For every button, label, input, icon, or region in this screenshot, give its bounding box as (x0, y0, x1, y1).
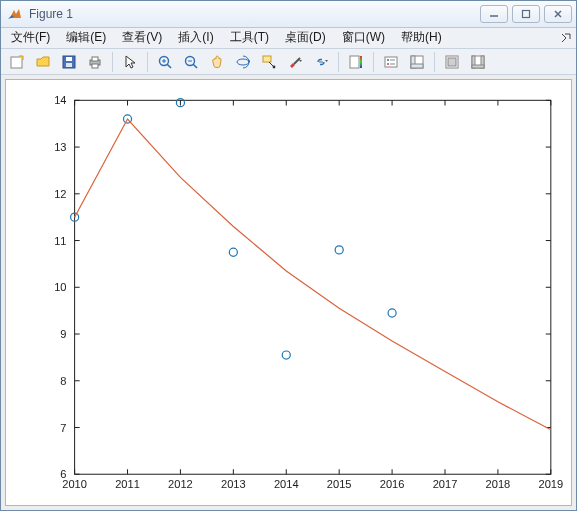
svg-rect-6 (66, 57, 72, 61)
dock-handle-icon[interactable] (558, 28, 574, 48)
rotate3d-icon[interactable] (231, 50, 255, 74)
link-icon[interactable] (309, 50, 333, 74)
menubar: 文件(F) 编辑(E) 查看(V) 插入(I) 工具(T) 桌面(D) 窗口(W… (1, 28, 576, 49)
svg-text:13: 13 (54, 141, 66, 153)
separator (434, 52, 435, 72)
pan-icon[interactable] (205, 50, 229, 74)
svg-text:2013: 2013 (221, 479, 246, 491)
separator (112, 52, 113, 72)
svg-text:2015: 2015 (327, 479, 352, 491)
menu-desktop[interactable]: 桌面(D) (277, 28, 334, 48)
open-icon[interactable] (31, 50, 55, 74)
svg-text:2014: 2014 (274, 479, 299, 491)
menu-window[interactable]: 窗口(W) (334, 28, 393, 48)
figure-window: Figure 1 文件(F) 编辑(E) 查看(V) 插入(I) 工具(T) 桌… (0, 0, 577, 511)
svg-rect-39 (472, 65, 484, 68)
svg-text:9: 9 (60, 328, 66, 340)
zoom-in-icon[interactable] (153, 50, 177, 74)
pointer-icon[interactable] (118, 50, 142, 74)
separator (338, 52, 339, 72)
matlab-icon (7, 6, 23, 22)
svg-text:2018: 2018 (486, 479, 511, 491)
close-button[interactable] (544, 5, 572, 23)
datacursor-icon[interactable] (257, 50, 281, 74)
save-icon[interactable] (57, 50, 81, 74)
window-title: Figure 1 (29, 7, 480, 21)
zoom-out-icon[interactable] (179, 50, 203, 74)
svg-rect-7 (66, 63, 72, 67)
svg-text:2012: 2012 (168, 479, 193, 491)
svg-rect-19 (263, 56, 271, 62)
menu-file[interactable]: 文件(F) (3, 28, 58, 48)
svg-text:2017: 2017 (433, 479, 458, 491)
svg-text:7: 7 (60, 422, 66, 434)
svg-text:11: 11 (54, 235, 66, 247)
svg-rect-24 (350, 56, 359, 68)
titlebar: Figure 1 (1, 1, 576, 28)
colorbar-icon[interactable] (344, 50, 368, 74)
menu-edit[interactable]: 编辑(E) (58, 28, 114, 48)
svg-rect-40 (75, 101, 551, 475)
new-figure-icon[interactable] (5, 50, 29, 74)
menu-help[interactable]: 帮助(H) (393, 28, 450, 48)
menu-view[interactable]: 查看(V) (114, 28, 170, 48)
showplottools-icon[interactable] (466, 50, 490, 74)
svg-text:12: 12 (54, 188, 66, 200)
separator (373, 52, 374, 72)
svg-line-12 (167, 64, 171, 68)
svg-rect-33 (411, 64, 423, 68)
window-buttons (480, 5, 572, 23)
minimize-button[interactable] (480, 5, 508, 23)
svg-rect-26 (385, 57, 397, 67)
svg-line-22 (294, 58, 300, 64)
toolbar (1, 49, 576, 76)
svg-rect-9 (92, 57, 98, 61)
svg-point-21 (273, 65, 276, 68)
svg-text:8: 8 (60, 375, 66, 387)
svg-line-16 (193, 64, 197, 68)
menu-insert[interactable]: 插入(I) (170, 28, 221, 48)
figure-body: 2010201120122013201420152016201720182019… (1, 75, 576, 510)
separator (147, 52, 148, 72)
print-icon[interactable] (83, 50, 107, 74)
plot: 2010201120122013201420152016201720182019… (6, 80, 571, 505)
svg-text:6: 6 (60, 469, 66, 481)
svg-rect-35 (448, 58, 456, 66)
svg-text:10: 10 (54, 282, 66, 294)
svg-rect-25 (360, 56, 362, 68)
svg-text:2019: 2019 (538, 479, 563, 491)
svg-rect-1 (523, 10, 530, 17)
maximize-button[interactable] (512, 5, 540, 23)
svg-text:14: 14 (54, 95, 66, 107)
plottools-open-icon[interactable] (405, 50, 429, 74)
menu-tools[interactable]: 工具(T) (222, 28, 277, 48)
svg-rect-4 (11, 57, 22, 68)
hideplottools-icon[interactable] (440, 50, 464, 74)
axes[interactable]: 2010201120122013201420152016201720182019… (5, 79, 572, 506)
svg-text:2011: 2011 (115, 479, 140, 491)
legend-icon[interactable] (379, 50, 403, 74)
svg-text:2016: 2016 (380, 479, 405, 491)
brush-icon[interactable] (283, 50, 307, 74)
svg-point-18 (237, 59, 249, 65)
svg-rect-10 (92, 64, 98, 68)
